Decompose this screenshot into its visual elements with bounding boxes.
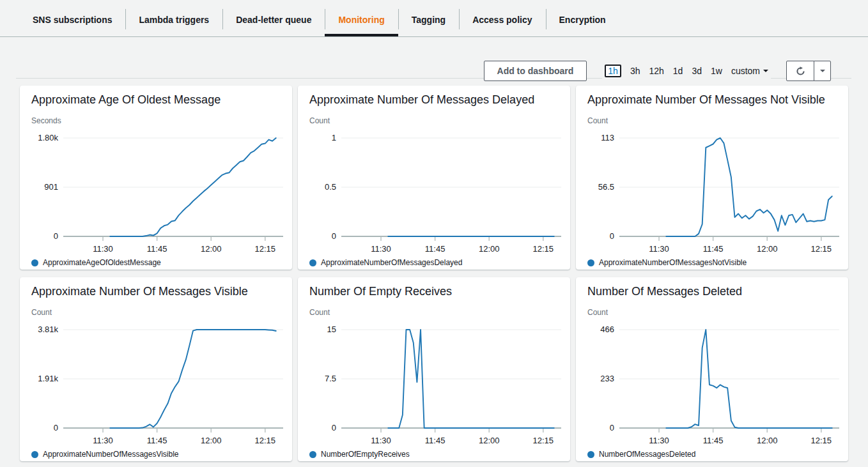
chart-title: Number Of Messages Deleted <box>587 285 839 298</box>
x-axis-tick-labels: 11:3011:4512:0012:15 <box>341 243 561 256</box>
metric-chart-card: Approximate Number Of Messages Visible C… <box>20 277 292 461</box>
y-tick-label: 7.5 <box>325 374 336 384</box>
range-1w[interactable]: 1w <box>711 66 722 76</box>
y-tick-label: 0 <box>332 423 336 433</box>
chart-title: Number Of Empty Receives <box>309 285 561 298</box>
x-tick-label: 12:00 <box>757 436 778 445</box>
x-tick-label: 12:15 <box>811 244 832 254</box>
y-tick-label: 1 <box>332 133 336 143</box>
plot-area: 3.81k1.91k0 11:3011:4512:0012:15 <box>31 326 283 447</box>
y-tick-label: 0 <box>610 423 614 433</box>
legend-marker <box>309 259 316 266</box>
range-1d[interactable]: 1d <box>673 66 683 76</box>
plot-area: 1.80k9010 11:3011:4512:0012:15 <box>31 134 283 256</box>
y-axis-unit-label: Count <box>587 308 839 317</box>
tab-bar: SNS subscriptionsLambda triggersDead-let… <box>0 0 868 37</box>
x-tick-label: 11:30 <box>93 436 113 445</box>
y-tick-label: 0 <box>332 231 336 241</box>
range-3h[interactable]: 3h <box>630 66 640 76</box>
range-12h[interactable]: 12h <box>649 66 663 76</box>
chevron-down-icon <box>820 70 825 75</box>
tab-label: Encryption <box>559 15 606 25</box>
chart-legend: ApproximateNumberOfMessagesDelayed <box>309 258 561 267</box>
tab-label: Access policy <box>472 15 532 25</box>
chart-plot[interactable] <box>619 326 839 434</box>
y-tick-label: 56.5 <box>598 182 614 192</box>
y-axis-tick-labels: 3.81k1.91k0 <box>31 326 63 434</box>
refresh-options-button[interactable] <box>814 61 831 81</box>
tab-label: Lambda triggers <box>139 15 209 25</box>
y-tick-label: 466 <box>600 325 614 335</box>
x-axis-tick-labels: 11:3011:4512:0012:15 <box>341 434 561 447</box>
tab-access-policy[interactable]: Access policy <box>459 5 545 36</box>
y-tick-label: 233 <box>600 374 614 384</box>
y-tick-label: 1.91k <box>38 374 58 384</box>
refresh-icon <box>795 66 806 77</box>
x-tick-label: 12:15 <box>533 436 554 445</box>
chart-plot[interactable] <box>341 326 561 434</box>
tab-monitoring[interactable]: Monitoring <box>325 5 398 36</box>
x-tick-label: 11:45 <box>147 244 167 254</box>
x-axis-tick-labels: 11:3011:4512:0012:15 <box>63 434 283 447</box>
legend-label: ApproximateNumberOfMessagesDelayed <box>321 258 462 267</box>
x-tick-label: 11:45 <box>703 436 724 445</box>
x-tick-label: 11:45 <box>703 244 724 254</box>
plot-area: 157.50 11:3011:4512:0012:15 <box>309 326 561 447</box>
range-custom[interactable]: custom <box>731 66 768 76</box>
y-tick-label: 1.80k <box>38 133 58 143</box>
refresh-button[interactable] <box>786 61 814 81</box>
legend-label: ApproximateAgeOfOldestMessage <box>43 258 161 267</box>
chart-plot[interactable] <box>63 326 283 434</box>
toolbar: Add to dashboard 1h3h12h1d3d1w custom <box>0 37 868 86</box>
chart-plot[interactable] <box>341 134 561 243</box>
x-axis-tick-labels: 11:3011:4512:0012:15 <box>619 243 839 256</box>
y-tick-label: 0 <box>54 231 58 241</box>
x-tick-label: 11:30 <box>93 244 113 254</box>
legend-label: NumberOfEmptyReceives <box>321 450 410 459</box>
chart-legend: ApproximateNumberOfMessagesVisible <box>31 450 283 459</box>
x-tick-label: 12:00 <box>479 244 500 254</box>
y-axis-tick-labels: 11356.50 <box>587 134 619 243</box>
metric-chart-card: Approximate Number Of Messages Delayed C… <box>298 86 570 270</box>
x-tick-label: 12:15 <box>255 244 276 254</box>
y-axis-tick-labels: 1.80k9010 <box>31 134 63 243</box>
legend-marker <box>31 259 38 266</box>
tab-encryption[interactable]: Encryption <box>546 5 619 36</box>
x-tick-label: 12:00 <box>201 244 222 254</box>
chevron-down-icon <box>763 70 768 75</box>
y-axis-unit-label: Count <box>309 308 561 317</box>
y-axis-unit-label: Count <box>31 308 283 317</box>
y-axis-tick-labels: 4662330 <box>587 326 619 434</box>
x-axis-tick-labels: 11:3011:4512:0012:15 <box>63 243 283 256</box>
tab-dead-letter-queue[interactable]: Dead-letter queue <box>222 5 325 36</box>
refresh-group <box>786 61 831 81</box>
time-range-group: 1h3h12h1d3d1w custom <box>602 61 771 81</box>
tab-lambda-triggers[interactable]: Lambda triggers <box>125 5 222 36</box>
tab-label: Monitoring <box>338 15 384 25</box>
tab-label: Tagging <box>412 15 446 25</box>
x-tick-label: 12:15 <box>811 436 832 445</box>
legend-label: NumberOfMessagesDeleted <box>599 450 695 459</box>
range-3d[interactable]: 3d <box>692 66 702 76</box>
x-tick-label: 11:45 <box>425 436 446 445</box>
legend-marker <box>309 451 316 458</box>
chart-title: Approximate Number Of Messages Not Visib… <box>587 93 839 107</box>
plot-area: 10.50 11:3011:4512:0012:15 <box>309 134 561 256</box>
y-axis-unit-label: Seconds <box>31 116 283 125</box>
x-tick-label: 11:45 <box>425 244 446 254</box>
y-tick-label: 0 <box>610 231 614 241</box>
tab-tagging[interactable]: Tagging <box>398 5 459 36</box>
chart-plot[interactable] <box>63 134 283 243</box>
x-tick-label: 11:30 <box>371 436 391 445</box>
add-to-dashboard-button[interactable]: Add to dashboard <box>484 61 587 81</box>
y-tick-label: 15 <box>327 325 336 335</box>
metric-chart-card: Number Of Empty Receives Count 157.50 11… <box>298 277 570 461</box>
tab-label: Dead-letter queue <box>236 15 311 25</box>
chart-plot[interactable] <box>619 134 839 243</box>
x-tick-label: 11:30 <box>371 244 391 254</box>
x-tick-label: 12:00 <box>201 436 222 445</box>
range-1h[interactable]: 1h <box>605 65 621 77</box>
y-tick-label: 3.81k <box>38 325 58 335</box>
tab-sns-subscriptions[interactable]: SNS subscriptions <box>19 5 125 36</box>
x-axis-tick-labels: 11:3011:4512:0012:15 <box>619 434 839 447</box>
